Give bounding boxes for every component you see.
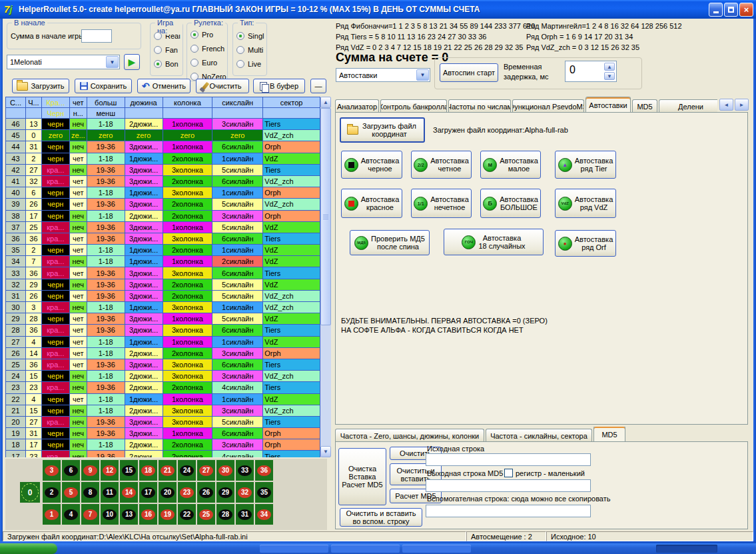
board-cell-9[interactable]: 9 — [81, 460, 99, 481]
maximize-button[interactable] — [724, 3, 738, 17]
radio-roulette-French[interactable]: French — [190, 41, 227, 55]
bet-button-Автоставка-ряд Tier[interactable]: ▲Автоставкаряд Tier — [555, 151, 616, 179]
run-profile-button[interactable]: ▶ — [124, 54, 140, 70]
profile-combobox[interactable]: 1Melonati ▼ — [7, 55, 120, 69]
bet-button-Проверить МД5-после спина[interactable]: МД5Проверить МД5после спина — [350, 230, 430, 255]
taskbar-button[interactable] — [260, 545, 328, 553]
toolbar-button-6[interactable]: — — [310, 79, 326, 93]
tab-Функционал PsevdoMS[interactable]: Функционал PsevdoMS — [512, 99, 584, 113]
table-row[interactable]: 2323кра...неч19-362дюжи...2колонка4сикла… — [6, 382, 320, 393]
board-cell-5[interactable]: 5 — [62, 482, 80, 503]
table-row[interactable]: 347кра...неч1-181дюжи...1колонка2сиклайн… — [6, 256, 320, 267]
bet-button-Автоставка-черное[interactable]: Автоставкачерное — [341, 151, 402, 179]
md5-aux-button[interactable]: Очистить и вставить во вспом. строку — [340, 508, 422, 527]
radio-type-Multi[interactable]: Multi — [236, 43, 266, 57]
board-cell-14[interactable]: 14 — [120, 482, 138, 503]
taskbar-button[interactable] — [331, 545, 400, 553]
board-cell-31[interactable]: 31 — [236, 504, 254, 525]
tab-scroll-right-icon[interactable]: ► — [735, 99, 749, 111]
table-row[interactable]: 3126чернчет19-363дюжи...2колонка5сиклайн… — [6, 291, 320, 302]
board-cell-26[interactable]: 26 — [197, 482, 215, 503]
tab-Частота - сиклайны, сектора[interactable]: Частота - сиклайны, сектора — [486, 429, 592, 442]
table-row[interactable]: 303кра...неч1-181дюжи...3колонка1сиклайн… — [6, 302, 320, 313]
board-cell-13[interactable]: 13 — [120, 504, 138, 525]
board-cell-20[interactable]: 20 — [159, 482, 177, 503]
board-cell-3[interactable]: 3 — [43, 460, 61, 481]
md5-output-input[interactable] — [426, 479, 591, 492]
chevron-down-icon[interactable]: ▼ — [106, 56, 119, 68]
board-cell-27[interactable]: 27 — [197, 460, 215, 481]
board-cell-1[interactable]: 1 — [43, 504, 61, 525]
table-row[interactable]: 352чернчет1-181дюжи...2колонка1сиклайнVd… — [6, 245, 320, 256]
table-row[interactable]: 3636кра...чет19-363дюжи...3колонка6сикла… — [6, 233, 320, 245]
board-cell-30[interactable]: 30 — [216, 460, 234, 481]
board-cell-8[interactable]: 8 — [81, 482, 99, 503]
board-cell-7[interactable]: 7 — [81, 504, 99, 525]
table-row[interactable]: 4431черннеч19-363дюжи...1колонка6сиклайн… — [6, 141, 320, 153]
board-cell-24[interactable]: 24 — [178, 460, 196, 481]
tab-MD5[interactable]: MD5 — [632, 99, 657, 113]
start-button[interactable] — [0, 543, 57, 554]
board-cell-21[interactable]: 21 — [159, 460, 177, 481]
tab-Частота - Zero, шансы, дюжины, колонки[interactable]: Частота - Zero, шансы, дюжины, колонки — [335, 429, 484, 442]
table-row[interactable]: 406чернчет1-181дюжи...3колонка1сиклайнOr… — [6, 187, 320, 199]
table-scrollbar-thumb[interactable] — [320, 108, 331, 325]
toolbar-button-5[interactable]: В буфер — [253, 79, 305, 93]
radio-type-Live[interactable]: Live — [236, 57, 266, 71]
board-cell-33[interactable]: 33 — [236, 460, 254, 481]
table-row[interactable]: 3725кра...неч19-363дюжи...1колонка5сикла… — [6, 222, 320, 233]
table-row[interactable]: 3229черннеч19-363дюжи...2колонка5сиклайн… — [6, 279, 320, 291]
board-cell-22[interactable]: 22 — [178, 504, 196, 525]
tab-MD5[interactable]: MD5 — [593, 427, 625, 442]
board-cell-25[interactable]: 25 — [197, 504, 215, 525]
table-row[interactable]: 2536кра...чет19-363дюжи...3колонка6сикла… — [6, 359, 320, 371]
table-row[interactable]: 1723кра...неч19-362дюжи...2колонка4сикла… — [6, 451, 320, 457]
radio-game-Bon[interactable]: Bon — [154, 57, 183, 71]
table-row[interactable]: 2836кра...чет19-363дюжи...3колонка6сикла… — [6, 325, 320, 336]
board-cell-19[interactable]: 19 — [159, 504, 177, 525]
md5-source-input[interactable] — [426, 453, 591, 466]
toolbar-button-2[interactable]: Сохранить — [75, 79, 132, 93]
start-sum-input[interactable] — [81, 29, 112, 43]
board-cell-36[interactable]: 36 — [255, 460, 273, 481]
board-cell-4[interactable]: 4 — [62, 504, 80, 525]
toolbar-button-3[interactable]: ↶Отменить — [137, 79, 190, 93]
tab-Контроль банкролла[interactable]: Контроль банкролла — [380, 99, 447, 113]
tab-Анализатор[interactable]: Анализатор — [335, 99, 379, 113]
table-row[interactable]: 3817черннеч1-182дюжи...2колонка3сиклайнO… — [6, 211, 320, 222]
taskbar-button-active[interactable] — [656, 545, 717, 553]
board-cell-11[interactable]: 11 — [101, 482, 119, 503]
board-cell-34[interactable]: 34 — [255, 504, 273, 525]
table-row[interactable]: 224чернчет1-181дюжи...1колонка1сиклайнVd… — [6, 394, 320, 405]
table-row[interactable]: 450zeroze...zerozerozerozeroVdZ_zch — [6, 130, 320, 141]
table-row[interactable]: 4132кра...чет19-363дюжи...2колонка6сикла… — [6, 176, 320, 187]
close-button[interactable]: × — [739, 3, 753, 17]
toolbar-button-4[interactable]: Очистить — [196, 79, 249, 93]
table-row[interactable]: 2027кра...неч19-363дюжи...3колонка5сикла… — [6, 417, 320, 428]
board-cell-32[interactable]: 32 — [236, 482, 254, 503]
delay-spinner[interactable]: 0 ▲ ▼ — [565, 61, 617, 82]
spinner-up-icon[interactable]: ▲ — [604, 63, 615, 71]
table-row[interactable]: 1931черннеч19-363дюжи...1колонка6сиклайн… — [6, 428, 320, 439]
table-row[interactable]: 274чернчет1-181дюжи...1колонка1сиклайнVd… — [6, 337, 320, 348]
toolbar-button-1[interactable]: Загрузить — [12, 79, 69, 93]
radio-roulette-Pro[interactable]: Pro — [190, 27, 227, 41]
mode-combobox[interactable]: Автоставки ▼ — [336, 68, 430, 82]
board-cell-10[interactable]: 10 — [101, 504, 119, 525]
table-row[interactable]: 4227кра...неч19-363дюжи...3колонка5сикла… — [6, 165, 320, 176]
radio-game-Fan[interactable]: Fan — [154, 43, 183, 57]
bet-button-Автоставка-малое[interactable]: мАвтоставкамалое — [480, 151, 541, 179]
taskbar-button[interactable] — [402, 545, 471, 553]
load-coords-button[interactable]: Загрузить файл координат — [340, 117, 425, 143]
bet-button-Автоставка-ряд VdZ[interactable]: VdZАвтоставкаряд VdZ — [555, 189, 616, 218]
bet-button-Автоставка-18 случайных[interactable]: ГОЧАвтоставка18 случайных — [444, 229, 544, 255]
bet-button-Автоставка-БОЛЬШОЕ[interactable]: БАвтоставкаБОЛЬШОЕ — [480, 189, 541, 218]
radio-type-Singl[interactable]: Singl — [236, 29, 266, 43]
board-cell-23[interactable]: 23 — [178, 482, 196, 503]
md5-case-checkbox[interactable] — [504, 469, 513, 477]
table-row[interactable]: 1817черннеч1-182дюжи...2колонка3сиклайнO… — [6, 439, 320, 451]
table-row[interactable]: 3336кра...чет19-363дюжи...3колонка6сикла… — [6, 267, 320, 279]
scroll-up-icon[interactable]: ▲ — [320, 97, 331, 108]
table-row[interactable]: 432чернчет1-181дюжи...2колонка1сиклайнVd… — [6, 153, 320, 165]
bet-button-Автоставка-нечетное[interactable]: 1/1Автоставканечетное — [411, 189, 472, 218]
